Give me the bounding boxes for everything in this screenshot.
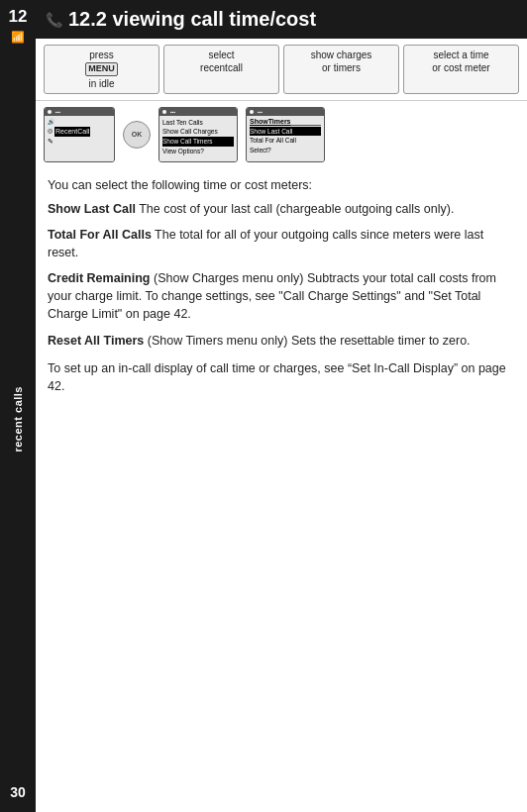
intro-paragraph: You can select the following time or cos… — [48, 176, 515, 194]
screen3-item3: Select? — [250, 146, 321, 155]
screen3-title: ShowTimers — [250, 118, 321, 126]
step-3: show charges or timers — [283, 45, 399, 94]
chapter-number: 12 — [9, 8, 28, 25]
screen2-item2: Show Call Charges — [162, 127, 234, 137]
signal-icon: 📶 — [11, 31, 25, 44]
step-4: select a time or cost meter — [403, 45, 519, 94]
entry-title-3: Credit Remaining — [48, 271, 151, 285]
screen3-body: ShowTimers Show Last Call Total For All … — [247, 116, 324, 161]
phone-screen-1: ▪▪▪ 🔊 ◎ RecentCall ✎ — [44, 107, 115, 162]
main-content: 📞 12.2 viewing call time/cost press MENU… — [36, 0, 527, 812]
entry-body-4: (Show Timers menu only) Sets the resetta… — [144, 334, 470, 348]
page-number: 30 — [10, 784, 26, 800]
step2-line1: select — [208, 50, 234, 60]
screen2-signal: ▪▪▪ — [170, 109, 175, 115]
screen1-dot1 — [48, 110, 52, 114]
step3-line1: show charges — [311, 50, 372, 60]
step-1: press MENU in idle — [44, 45, 159, 94]
phone-screen-3: ▪▪▪ ShowTimers Show Last Call Total For … — [246, 107, 325, 162]
sidebar: 12 📶 recent calls 30 — [0, 0, 36, 812]
screen2-item1: Last Ten Calls — [162, 118, 234, 128]
page-title-bar: 📞 12.2 viewing call time/cost — [36, 0, 527, 39]
phone-icon: 📞 — [46, 12, 62, 28]
screen1-header: ▪▪▪ — [45, 108, 114, 116]
screen1-icons: 🔊 — [48, 118, 111, 125]
sidebar-label: recent calls — [12, 386, 24, 453]
step3-line2: or timers — [322, 62, 361, 73]
screen2-header: ▪▪▪ — [159, 108, 237, 116]
steps-row: press MENU in idle select recentcall sho… — [36, 39, 527, 101]
step1-line1: press — [89, 50, 113, 60]
screen2-dot — [162, 110, 166, 114]
screens-row: ▪▪▪ 🔊 ◎ RecentCall ✎ OK ▪▪▪ — [36, 101, 527, 170]
screen1-item2: ✎ — [48, 137, 111, 148]
screen2-item3: Show Call Timers — [162, 137, 234, 147]
screen2-body: Last Ten Calls Show Call Charges Show Ca… — [159, 116, 237, 161]
screen3-header: ▪▪▪ — [247, 108, 324, 116]
ok-label: OK — [132, 131, 143, 138]
step1-line2: in idle — [88, 78, 114, 89]
entry-body-1: The cost of your last call (chargeable o… — [136, 202, 454, 216]
entry-reset-all-timers: Reset All Timers (Show Timers menu only)… — [48, 332, 515, 350]
ok-button[interactable]: OK — [123, 121, 151, 149]
entry-title-2: Total For All Calls — [48, 228, 152, 242]
entry-title-1: Show Last Call — [48, 202, 136, 216]
step-2: select recentcall — [163, 45, 279, 94]
screen1-circle-icon: ◎ — [48, 127, 53, 136]
page-title: 12.2 viewing call time/cost — [68, 8, 316, 31]
menu-key: MENU — [85, 62, 118, 76]
entry-total-all-calls: Total For All Calls The total for all of… — [48, 226, 515, 261]
phone-screen-2: ▪▪▪ Last Ten Calls Show Call Charges Sho… — [158, 107, 238, 162]
screen3-item2: Total For All Call — [250, 136, 321, 146]
screen1-item1: ◎ RecentCall — [48, 127, 111, 138]
screen1-signal: ▪▪▪ — [55, 109, 60, 115]
note-paragraph: To set up an in-call display of call tim… — [48, 359, 515, 395]
entry-title-4: Reset All Timers — [48, 334, 144, 348]
screen1-recentcall: RecentCall — [54, 127, 90, 138]
screen1-pencil-icon: ✎ — [48, 137, 53, 148]
step4-line2: or cost meter — [432, 62, 489, 73]
screen2-item4: View Options? — [162, 147, 234, 156]
step2-line2: recentcall — [200, 62, 243, 73]
screen1-body: 🔊 ◎ RecentCall ✎ — [45, 116, 114, 161]
step4-line1: select a time — [433, 50, 488, 60]
entry-credit-remaining: Credit Remaining (Show Charges menu only… — [48, 269, 515, 323]
screen3-item1: Show Last Call — [250, 127, 321, 137]
entry-show-last-call: Show Last Call The cost of your last cal… — [48, 200, 515, 218]
body-content: You can select the following time or cos… — [36, 170, 527, 411]
screen3-dot — [250, 110, 254, 114]
screen3-signal: ▪▪▪ — [258, 109, 263, 115]
